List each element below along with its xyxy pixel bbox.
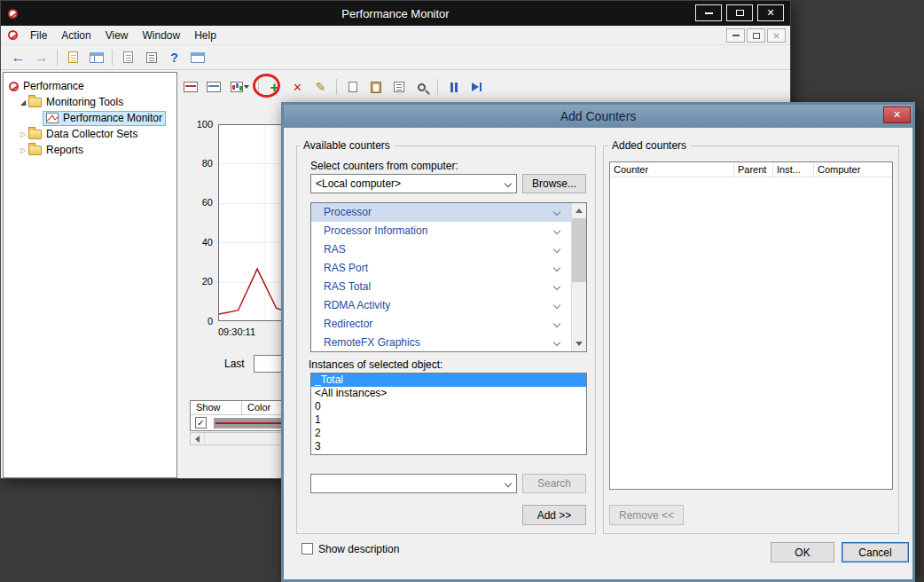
toolbar-separator [57, 50, 58, 66]
copy-properties-button[interactable] [342, 77, 363, 98]
counter-item-ras[interactable]: RAS [311, 240, 586, 259]
update-data-button[interactable] [466, 77, 487, 98]
scroll-left-button[interactable] [191, 433, 205, 444]
new-window-button[interactable] [187, 47, 208, 67]
expander-collapsed-icon[interactable]: ▷ [18, 146, 28, 154]
new-window-icon [191, 52, 205, 63]
menu-view[interactable]: View [98, 26, 136, 44]
column-counter[interactable]: Counter [610, 162, 734, 177]
cancel-button[interactable]: Cancel [842, 542, 909, 562]
help-button[interactable]: ? [164, 47, 184, 67]
view-log-data-button[interactable] [203, 77, 223, 98]
chevron-down-icon[interactable] [553, 302, 560, 309]
tree-item-reports[interactable]: ▷ Reports [4, 142, 176, 158]
view-current-activity-button[interactable] [180, 77, 200, 98]
properties-button[interactable] [141, 47, 161, 67]
scroll-down-icon [576, 342, 583, 346]
chevron-down-icon[interactable] [553, 339, 560, 346]
add-button[interactable]: Add >> [522, 505, 586, 525]
zoom-button[interactable] [411, 77, 432, 98]
counter-label: RAS [324, 243, 346, 256]
expander-collapsed-icon[interactable]: ▷ [18, 130, 28, 138]
instance-item-2[interactable]: 2 [311, 427, 586, 440]
browse-button-label: Browse... [532, 177, 576, 190]
instance-item-all-instances[interactable]: <All instances> [311, 387, 586, 400]
properties-button[interactable] [388, 77, 409, 98]
counters-list[interactable]: Processor Processor Information RAS RAS … [310, 202, 587, 352]
column-instance[interactable]: Inst... [773, 162, 814, 177]
chevron-down-icon[interactable] [553, 264, 560, 271]
legend-show-header: Show [191, 401, 242, 414]
column-parent[interactable]: Parent [734, 162, 773, 177]
tree-item-monitoring-tools[interactable]: ◢ Monitoring Tools [4, 94, 176, 110]
menu-file[interactable]: File [23, 26, 54, 44]
show-panes-button[interactable] [86, 47, 106, 67]
expander-expanded-icon[interactable]: ◢ [18, 98, 28, 106]
chevron-down-icon[interactable] [553, 208, 560, 216]
counter-show-checkbox[interactable]: ✓ [195, 417, 207, 429]
tree-item-performance[interactable]: Performance [4, 78, 176, 94]
scroll-down-button[interactable] [572, 336, 586, 351]
chevron-down-icon[interactable] [553, 320, 560, 327]
minimize-button[interactable] [695, 4, 722, 21]
change-graph-type-button[interactable] [226, 77, 253, 98]
chevron-down-icon[interactable] [553, 227, 560, 234]
browse-button[interactable]: Browse... [522, 174, 586, 193]
add-counter-button[interactable]: + [264, 77, 285, 98]
counter-item-processor-information[interactable]: Processor Information [311, 222, 586, 240]
paste-counter-list-button[interactable] [365, 77, 386, 98]
close-button[interactable]: ✕ [757, 4, 784, 21]
menu-action[interactable]: Action [54, 26, 98, 44]
tree-label: Performance Monitor [63, 112, 162, 124]
counters-scrollbar[interactable] [571, 203, 586, 351]
counter-item-redirector[interactable]: Redirector [311, 315, 586, 334]
instance-item-3[interactable]: 3 [311, 440, 586, 453]
tree-item-performance-monitor[interactable]: Performance Monitor [4, 110, 176, 126]
menu-help[interactable]: Help [187, 26, 223, 44]
back-button[interactable]: ← [8, 47, 28, 67]
tree-item-data-collector-sets[interactable]: ▷ Data Collector Sets [4, 126, 176, 142]
instance-label: _Total [315, 374, 343, 386]
mdi-restore-button[interactable] [747, 28, 765, 43]
counter-item-remotefx-graphics[interactable]: RemoteFX Graphics [311, 334, 586, 352]
delete-counter-button[interactable]: ✕ [287, 77, 308, 98]
counter-item-processor[interactable]: Processor [311, 203, 586, 222]
chevron-down-icon[interactable] [553, 246, 560, 253]
instance-item-total[interactable]: _Total [311, 374, 586, 387]
menu-window[interactable]: Window [136, 26, 188, 44]
mdi-minimize-button[interactable] [726, 28, 745, 43]
dialog-close-button[interactable]: ✕ [883, 106, 911, 123]
mdi-close-button[interactable]: ✕ [767, 28, 786, 43]
column-computer[interactable]: Computer [814, 162, 892, 177]
chevron-down-icon[interactable] [553, 283, 560, 290]
scroll-up-button[interactable] [572, 203, 586, 218]
instances-list[interactable]: _Total <All instances> 0 1 2 3 [310, 373, 587, 455]
remove-button[interactable]: Remove << [609, 505, 684, 525]
forward-icon: → [35, 50, 49, 66]
instance-item-1[interactable]: 1 [311, 413, 586, 427]
freeze-display-button[interactable] [443, 77, 464, 98]
maximize-button[interactable] [726, 4, 753, 21]
search-button[interactable]: Search [522, 474, 586, 493]
back-icon: ← [12, 50, 26, 66]
minimize-icon [705, 12, 713, 14]
counter-item-rdma-activity[interactable]: RDMA Activity [311, 296, 586, 315]
check-icon: ✓ [197, 419, 204, 428]
dialog-titlebar[interactable]: Add Counters ✕ [284, 105, 912, 128]
paste-icon [371, 82, 381, 93]
export-list-button[interactable] [118, 47, 138, 67]
instance-search-combobox[interactable] [310, 474, 517, 493]
search-button-label: Search [537, 477, 571, 490]
counter-item-ras-port[interactable]: RAS Port [311, 259, 586, 278]
titlebar[interactable]: Performance Monitor ✕ [1, 1, 790, 26]
added-counters-table[interactable]: Counter Parent Inst... Computer [609, 161, 893, 490]
counter-item-ras-total[interactable]: RAS Total [311, 278, 586, 296]
highlight-button[interactable]: ✎ [310, 77, 331, 98]
ok-button[interactable]: OK [771, 542, 834, 562]
computer-combobox[interactable]: <Local computer> [310, 174, 517, 193]
console-tree-toggle-button[interactable] [63, 47, 83, 67]
show-description-checkbox[interactable] [301, 543, 313, 554]
instance-item-0[interactable]: 0 [311, 400, 586, 413]
scrollbar-thumb[interactable] [572, 218, 586, 282]
forward-button[interactable]: → [31, 47, 51, 67]
